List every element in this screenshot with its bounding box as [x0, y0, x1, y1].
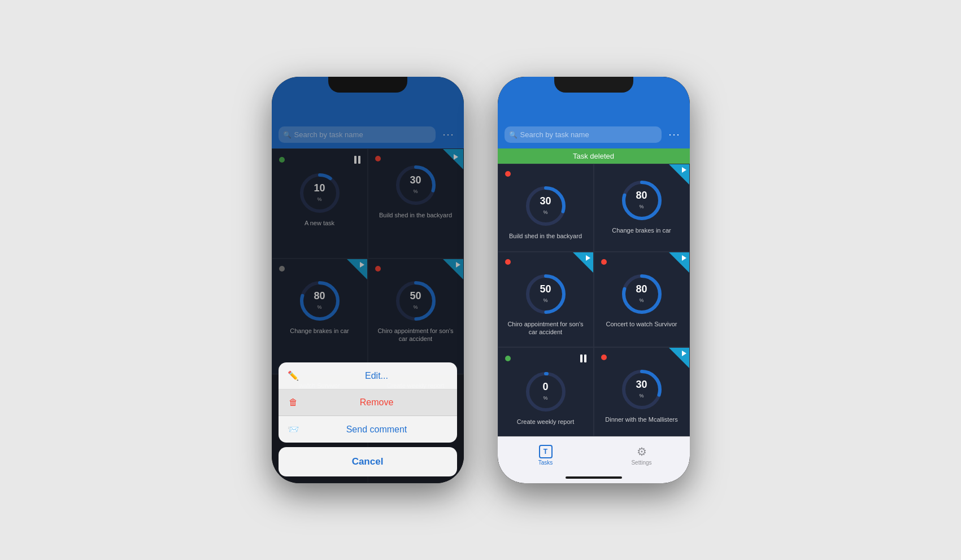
- corner-action-p2-2[interactable]: [669, 164, 689, 185]
- settings-icon: ⚙: [637, 445, 647, 458]
- search-icon-2: 🔍: [509, 131, 518, 139]
- notch-2: [554, 77, 633, 93]
- task-name-p2-4: Concert to watch Survivor: [606, 320, 677, 328]
- pause-button-p2-5[interactable]: [580, 355, 586, 362]
- nav-settings[interactable]: ⚙ Settings: [594, 437, 690, 473]
- task-name-p2-5: Create weekly report: [517, 418, 575, 426]
- nav-tasks[interactable]: T Tasks: [498, 437, 594, 473]
- task-card-p2-3[interactable]: 50 % Chiro appointment for son's car acc…: [498, 252, 594, 347]
- search-wrapper-2[interactable]: 🔍: [505, 126, 662, 143]
- circle-p2-4: 80 %: [619, 272, 664, 317]
- action-sheet-group: ✏️ Edit... 🗑 Remove 📨 Send comment: [279, 362, 457, 443]
- notification-banner: Task deleted: [498, 148, 690, 164]
- phone-2: 🔍 ··· Task deleted: [498, 77, 690, 483]
- edit-icon: ✏️: [288, 370, 299, 381]
- task-card-p2-2[interactable]: 80 % Change brakes in car: [594, 164, 690, 252]
- corner-action-p2-6[interactable]: [669, 348, 689, 368]
- cancel-label: Cancel: [352, 456, 384, 467]
- nav-tasks-label: Tasks: [538, 460, 553, 466]
- phone-top-2: [498, 77, 690, 122]
- tasks-icon: T: [539, 445, 553, 458]
- remove-label: Remove: [306, 397, 448, 408]
- status-dot-p2-4: [601, 259, 607, 265]
- send-icon: 📨: [288, 424, 299, 435]
- action-sheet: ✏️ Edit... 🗑 Remove 📨 Send comment: [272, 362, 464, 483]
- action-send-comment[interactable]: 📨 Send comment: [279, 416, 457, 443]
- nav-settings-label: Settings: [631, 460, 651, 466]
- search-input-2[interactable]: [505, 126, 662, 143]
- corner-action-p2-3[interactable]: [573, 252, 593, 273]
- circle-p2-3: 50 %: [523, 272, 568, 317]
- task-name-p2-2: Change brakes in car: [612, 226, 671, 234]
- search-bar-2: 🔍 ···: [498, 122, 690, 148]
- circle-p2-1: 30 %: [523, 183, 568, 229]
- task-card-p2-5[interactable]: 0 % Create weekly report: [498, 347, 594, 436]
- send-comment-label: Send comment: [306, 425, 448, 435]
- circle-p2-2: 80 %: [619, 178, 664, 223]
- status-dot-p2-1: [505, 171, 511, 177]
- phone-1: 🔍 ···: [272, 77, 464, 483]
- bottom-nav: T Tasks ⚙ Settings: [498, 436, 690, 473]
- action-remove[interactable]: 🗑 Remove: [279, 390, 457, 416]
- edit-label: Edit...: [306, 371, 448, 381]
- action-cancel-group: Cancel: [279, 447, 457, 476]
- scene: 🔍 ···: [249, 54, 712, 506]
- trash-icon: 🗑: [288, 397, 299, 408]
- circle-p2-6: 30 %: [619, 367, 664, 412]
- cancel-button[interactable]: Cancel: [279, 447, 457, 476]
- home-bar: [566, 476, 622, 479]
- action-edit[interactable]: ✏️ Edit...: [279, 362, 457, 390]
- task-card-p2-1[interactable]: 30 % Build shed in the backyard: [498, 164, 594, 252]
- status-dot-p2-6: [601, 355, 607, 360]
- task-card-p2-4[interactable]: 80 % Concert to watch Survivor: [594, 252, 690, 347]
- task-card-p2-6[interactable]: 30 % Dinner with the Mcallisters: [594, 347, 690, 436]
- task-name-p2-3: Chiro appointment for son's car accident: [505, 320, 586, 336]
- more-button-2[interactable]: ···: [666, 126, 682, 143]
- circle-p2-5: 0 %: [523, 369, 568, 414]
- task-grid-2: 30 % Build shed in the backyard: [498, 164, 690, 436]
- status-dot-p2-3: [505, 259, 511, 265]
- task-name-p2-1: Build shed in the backyard: [509, 232, 582, 240]
- corner-action-p2-4[interactable]: [669, 252, 689, 273]
- home-indicator: [498, 473, 690, 483]
- action-sheet-overlay[interactable]: ✏️ Edit... 🗑 Remove 📨 Send comment: [272, 77, 464, 483]
- status-dot-p2-5: [505, 356, 511, 361]
- task-name-p2-6: Dinner with the Mcallisters: [605, 415, 677, 423]
